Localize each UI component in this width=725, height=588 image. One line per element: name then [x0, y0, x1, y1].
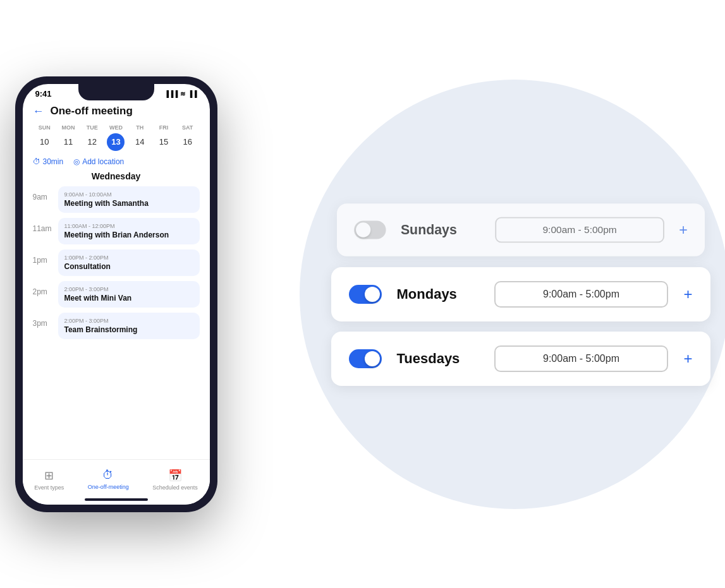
duration-meta: ⏱ 30min	[33, 157, 64, 166]
table-row: 2pm 2:00PM - 3:00PM Meet with Mini Van	[33, 281, 200, 308]
nav-label: Event types	[34, 484, 64, 491]
date-13[interactable]: 13	[107, 133, 125, 151]
event-card[interactable]: 2:00PM - 3:00PM Team Brainstorming	[58, 313, 200, 339]
battery-icon: ▐▐	[188, 90, 197, 97]
event-card[interactable]: 11:00AM - 12:00PM Meeting with Brian And…	[58, 218, 200, 244]
time-label: 1pm	[33, 249, 53, 265]
status-icons: ▐▐▐ ≋ ▐▐	[164, 90, 197, 97]
schedule-panel: Sundays 9:00am - 5:00pm + Mondays 9:00am…	[331, 203, 710, 386]
schedule-card-sundays: Sundays 9:00am - 5:00pm +	[337, 203, 705, 256]
location-meta[interactable]: ◎ Add location	[73, 157, 124, 166]
calendar-day-labels: SUN MON TUE WED TH FRI SAT	[33, 124, 200, 131]
date-10[interactable]: 10	[35, 133, 53, 151]
table-row: 9am 9:00AM - 10:00AM Meeting with Samant…	[33, 186, 200, 213]
signal-icon: ▐▐▐	[164, 90, 178, 97]
phone-wrapper: 9:41 ▐▐▐ ≋ ▐▐ ← One-off meeting	[15, 76, 217, 512]
table-row: 3pm 2:00PM - 3:00PM Team Brainstorming	[33, 313, 200, 339]
date-14[interactable]: 14	[131, 133, 149, 151]
time-label: 3pm	[33, 313, 53, 328]
date-16[interactable]: 16	[179, 133, 197, 151]
time-range-mondays[interactable]: 9:00am - 5:00pm	[494, 281, 669, 308]
schedule-card-mondays: Mondays 9:00am - 5:00pm +	[331, 267, 710, 321]
phone-notch	[78, 84, 154, 100]
event-time-range: 2:00PM - 3:00PM	[64, 318, 193, 324]
day-label-wed: WED	[104, 124, 128, 131]
duration-label: 30min	[43, 157, 64, 166]
nav-one-off[interactable]: ⏱ One-off-meeting	[88, 469, 129, 490]
day-label-th: TH	[128, 124, 152, 131]
day-label-tuesdays: Tuesdays	[397, 351, 479, 367]
status-time: 9:41	[35, 89, 52, 99]
events-list: 9am 9:00AM - 10:00AM Meeting with Samant…	[33, 186, 200, 344]
phone-content: ← One-off meeting SUN MON TUE WED TH FRI…	[23, 101, 210, 465]
day-heading: Wednesday	[33, 171, 200, 181]
grid-icon: ⊞	[44, 469, 54, 483]
day-label-mon: MON	[56, 124, 80, 131]
date-11[interactable]: 11	[59, 133, 77, 151]
schedule-card-tuesdays: Tuesdays 9:00am - 5:00pm +	[331, 332, 710, 386]
location-label: Add location	[82, 157, 124, 166]
date-12[interactable]: 12	[83, 133, 101, 151]
nav-label: One-off-meeting	[88, 484, 129, 490]
day-label-sun: SUN	[33, 124, 57, 131]
day-label-mondays: Mondays	[397, 286, 479, 303]
event-card[interactable]: 2:00PM - 3:00PM Meet with Mini Van	[58, 281, 200, 308]
nav-label: Scheduled events	[152, 484, 198, 491]
phone-header: ← One-off meeting	[33, 101, 200, 124]
table-row: 11am 11:00AM - 12:00PM Meeting with Bria…	[33, 218, 200, 244]
toggle-thumb-tuesdays	[365, 351, 380, 366]
toggle-mondays[interactable]	[349, 285, 382, 304]
clock-nav-icon: ⏱	[102, 469, 114, 482]
time-label: 9am	[33, 186, 53, 201]
event-title: Meet with Mini Van	[64, 294, 193, 303]
table-row: 1pm 1:00PM - 2:00PM Consultation	[33, 249, 200, 276]
time-label: 11am	[33, 218, 53, 233]
toggle-sundays[interactable]	[354, 220, 386, 239]
time-range-sundays[interactable]: 9:00am - 5:00pm	[495, 217, 664, 243]
event-time-range: 2:00PM - 3:00PM	[64, 286, 193, 292]
event-time-range: 9:00AM - 10:00AM	[64, 191, 193, 198]
event-time-range: 11:00AM - 12:00PM	[64, 223, 193, 229]
wifi-icon: ≋	[180, 90, 185, 97]
time-label: 2pm	[33, 281, 53, 296]
nav-scheduled[interactable]: 📅 Scheduled events	[152, 469, 198, 491]
day-label-fri: FRI	[152, 124, 176, 131]
calendar-nav-icon: 📅	[168, 469, 182, 483]
event-title: Consultation	[64, 262, 193, 271]
phone-device: 9:41 ▐▐▐ ≋ ▐▐ ← One-off meeting	[15, 76, 217, 512]
calendar-dates: 10 11 12 13 14 15 16	[33, 133, 200, 151]
event-title: Meeting with Brian Anderson	[64, 231, 193, 239]
add-time-mondays[interactable]: +	[683, 285, 692, 303]
day-label-sundays: Sundays	[400, 222, 480, 237]
nav-event-types[interactable]: ⊞ Event types	[34, 469, 64, 491]
toggle-tuesdays[interactable]	[349, 349, 382, 368]
home-indicator	[85, 498, 148, 501]
scene: 9:41 ▐▐▐ ≋ ▐▐ ← One-off meeting	[15, 16, 710, 572]
event-title: Team Brainstorming	[64, 325, 193, 334]
clock-icon: ⏱	[33, 157, 40, 166]
date-15[interactable]: 15	[155, 133, 173, 151]
back-button[interactable]: ←	[33, 105, 44, 118]
toggle-thumb-mondays	[365, 287, 380, 302]
event-card[interactable]: 1:00PM - 2:00PM Consultation	[58, 249, 200, 276]
page-title: One-off meeting	[51, 105, 133, 117]
time-range-tuesdays[interactable]: 9:00am - 5:00pm	[494, 345, 669, 372]
event-title: Meeting with Samantha	[64, 199, 193, 208]
location-icon: ◎	[73, 157, 80, 166]
day-label-tue: TUE	[80, 124, 104, 131]
toggle-thumb-sundays	[356, 222, 370, 237]
event-time-range: 1:00PM - 2:00PM	[64, 255, 193, 261]
add-time-sundays[interactable]: +	[679, 221, 688, 238]
meta-row: ⏱ 30min ◎ Add location	[33, 157, 200, 166]
day-label-sat: SAT	[176, 124, 200, 131]
add-time-tuesdays[interactable]: +	[683, 350, 692, 368]
event-card[interactable]: 9:00AM - 10:00AM Meeting with Samantha	[58, 186, 200, 213]
phone-screen: 9:41 ▐▐▐ ≋ ▐▐ ← One-off meeting	[23, 84, 210, 505]
calendar: SUN MON TUE WED TH FRI SAT 10 11 12	[33, 124, 200, 151]
